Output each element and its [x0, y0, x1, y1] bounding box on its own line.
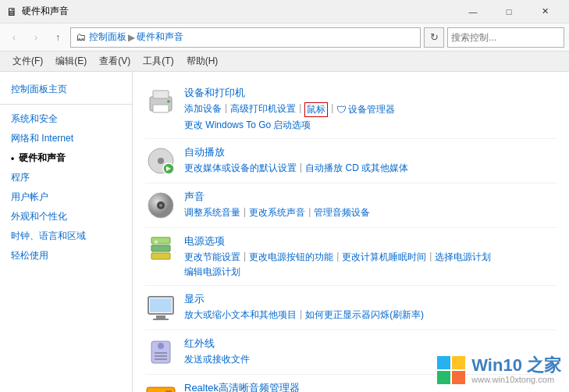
link-sleep-time[interactable]: 更改计算机睡眠时间 [342, 251, 426, 264]
link-mouse[interactable]: 鼠标 [304, 102, 328, 117]
link-edit-plan[interactable]: 编辑电源计划 [184, 265, 240, 279]
address-bar: ‹ › ↑ 🗂 控制面板 ▶ 硬件和声音 ↻ 🔍 [0, 23, 569, 52]
sidebar-item-clock[interactable]: 时钟、语言和区域 [0, 226, 132, 246]
breadcrumb-current[interactable]: 硬件和声音 [137, 30, 183, 44]
window-controls: — □ ✕ [455, 0, 563, 23]
close-button[interactable]: ✕ [527, 0, 563, 23]
display-icon [145, 292, 176, 323]
up-button[interactable]: ↑ [48, 28, 67, 47]
link-power-saving[interactable]: 更改节能设置 [184, 251, 240, 264]
sidebar-programs-label: 程序 [11, 171, 30, 184]
sidebar-item-network[interactable]: 网络和 Internet [0, 129, 132, 148]
watermark: Win10 之家 www.win10xtong.com [436, 355, 561, 386]
menu-view[interactable]: 查看(V) [93, 53, 137, 70]
power-title[interactable]: 电源选项 [184, 234, 557, 248]
category-display: 显示 放大或缩小文本和其他项目 | 如何更正显示器闪烁(刷新率) [145, 286, 557, 330]
minimize-button[interactable]: — [455, 0, 491, 23]
breadcrumb-root[interactable]: 控制面板 [89, 30, 126, 44]
sidebar-network-label: 网络和 Internet [11, 132, 73, 145]
sound-title[interactable]: 声音 [184, 190, 557, 204]
power-extra-links: 编辑电源计划 [184, 265, 557, 279]
search-input[interactable] [451, 32, 568, 43]
devices-title[interactable]: 设备和打印机 [184, 86, 557, 100]
watermark-url: www.win10xtong.com [471, 375, 561, 384]
display-title[interactable]: 显示 [184, 292, 557, 306]
svg-point-3 [167, 100, 170, 103]
svg-rect-27 [437, 356, 450, 369]
display-links: 放大或缩小文本和其他项目 | 如何更正显示器闪烁(刷新率) [184, 308, 557, 322]
link-adjust-volume[interactable]: 调整系统音量 [184, 206, 240, 219]
link-autoplay-cd[interactable]: 自动播放 CD 或其他媒体 [305, 162, 408, 175]
refresh-button[interactable]: ↻ [424, 27, 444, 48]
sidebar-item-ease[interactable]: 轻松使用 [0, 246, 132, 265]
maximize-button[interactable]: □ [491, 0, 527, 23]
link-change-sound[interactable]: 更改系统声音 [249, 206, 305, 219]
menu-edit[interactable]: 编辑(E) [49, 53, 93, 70]
category-sound: 声音 调整系统音量 | 更改系统声音 | 管理音频设备 [145, 184, 557, 228]
main-layout: 控制面板主页 系统和安全 网络和 Internet 硬件和声音 程序 用户帐户 … [0, 72, 569, 392]
power-icon [145, 234, 176, 265]
menu-tools[interactable]: 工具(T) [137, 53, 180, 70]
infrared-icon [145, 337, 176, 368]
sidebar-item-system[interactable]: 系统和安全 [0, 109, 132, 129]
sidebar-item-home[interactable]: 控制面板主页 [0, 80, 132, 99]
sidebar-item-hardware[interactable]: 硬件和声音 [0, 148, 132, 168]
watermark-title: Win10 之家 [471, 356, 561, 375]
sidebar-home-label: 控制面板主页 [11, 83, 67, 96]
sidebar-separator [0, 104, 132, 105]
svg-rect-11 [151, 237, 170, 244]
sidebar-system-label: 系统和安全 [11, 112, 58, 126]
devices-icon [145, 86, 176, 117]
power-links: 更改节能设置 | 更改电源按钮的功能 | 更改计算机睡眠时间 | 选择电源计划 [184, 251, 557, 264]
link-power-button[interactable]: 更改电源按钮的功能 [249, 251, 333, 264]
menu-file[interactable]: 文件(F) [6, 53, 49, 70]
link-windows-to-go[interactable]: 更改 Windows To Go 启动选项 [184, 119, 311, 132]
svg-rect-13 [151, 253, 170, 259]
window-icon: 🖥 [6, 5, 17, 18]
svg-rect-22 [155, 355, 167, 357]
svg-rect-21 [155, 352, 167, 354]
svg-rect-14 [155, 241, 158, 244]
windows-logo-icon [436, 355, 467, 386]
link-device-manager[interactable]: 设备管理器 [348, 103, 395, 116]
watermark-content: Win10 之家 www.win10xtong.com [471, 356, 561, 384]
link-power-plan[interactable]: 选择电源计划 [435, 251, 491, 264]
link-add-device[interactable]: 添加设备 [184, 102, 222, 117]
content-area: 设备和打印机 添加设备 | 高级打印机设置 | 鼠标 | 🛡 设备管理器 更改 … [133, 72, 569, 392]
svg-point-10 [159, 204, 162, 207]
window-title: 硬件和声音 [22, 5, 69, 18]
devices-links: 添加设备 | 高级打印机设置 | 鼠标 | 🛡 设备管理器 [184, 102, 557, 117]
sidebar-item-appearance[interactable]: 外观和个性化 [0, 207, 132, 226]
sidebar-item-programs[interactable]: 程序 [0, 168, 132, 187]
menu-help[interactable]: 帮助(H) [180, 53, 225, 70]
sidebar-clock-label: 时钟、语言和区域 [11, 230, 86, 243]
sound-links: 调整系统音量 | 更改系统声音 | 管理音频设备 [184, 206, 557, 219]
svg-rect-1 [153, 91, 169, 98]
link-text-size[interactable]: 放大或缩小文本和其他项目 [184, 308, 297, 322]
forward-button[interactable]: › [27, 28, 45, 47]
autoplay-icon [145, 145, 176, 176]
svg-rect-23 [155, 358, 167, 360]
svg-rect-17 [156, 315, 165, 319]
link-manage-audio[interactable]: 管理音频设备 [314, 206, 370, 219]
svg-point-5 [158, 158, 164, 164]
autoplay-title[interactable]: 自动播放 [184, 145, 557, 159]
back-button[interactable]: ‹ [5, 28, 23, 47]
svg-rect-2 [153, 105, 169, 112]
svg-point-20 [158, 343, 164, 349]
link-change-default[interactable]: 更改媒体或设备的默认设置 [184, 162, 297, 175]
sidebar-item-users[interactable]: 用户帐户 [0, 187, 132, 207]
link-refresh-rate[interactable]: 如何更正显示器闪烁(刷新率) [305, 308, 424, 322]
sidebar: 控制面板主页 系统和安全 网络和 Internet 硬件和声音 程序 用户帐户 … [0, 72, 133, 392]
link-send-receive[interactable]: 发送或接收文件 [184, 353, 250, 366]
infrared-title[interactable]: 红外线 [184, 337, 557, 351]
address-path[interactable]: 🗂 控制面板 ▶ 硬件和声音 [70, 27, 421, 48]
sound-icon [145, 190, 176, 221]
link-printer-settings[interactable]: 高级打印机设置 [230, 102, 296, 117]
svg-rect-12 [151, 245, 170, 251]
shield-icon: 🛡 [336, 104, 347, 116]
power-content: 电源选项 更改节能设置 | 更改电源按钮的功能 | 更改计算机睡眠时间 | 选择… [184, 234, 557, 279]
menu-bar: 文件(F) 编辑(E) 查看(V) 工具(T) 帮助(H) [0, 52, 569, 72]
sidebar-appearance-label: 外观和个性化 [11, 210, 67, 223]
autoplay-links: 更改媒体或设备的默认设置 | 自动播放 CD 或其他媒体 [184, 162, 557, 175]
